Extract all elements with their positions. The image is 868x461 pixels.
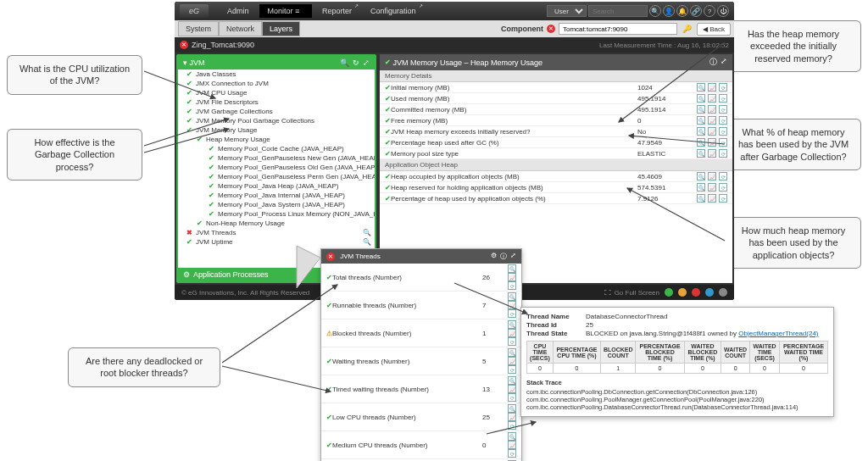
tree-item[interactable]: ✔JVM Garbage Collections: [178, 107, 375, 116]
component-select[interactable]: [559, 23, 677, 35]
search-icon[interactable]: 🔍: [697, 194, 705, 203]
chevron-down-icon[interactable]: ▾: [183, 58, 187, 67]
detail-icon[interactable]: 🔍: [363, 229, 371, 236]
tree-item[interactable]: ✔Memory Pool_Java Heap (JAVA_HEAP): [178, 181, 375, 191]
tree-item[interactable]: ✖JVM Threads 🔍: [178, 228, 375, 237]
chart-icon[interactable]: 📈: [708, 172, 716, 181]
user-select[interactable]: User: [547, 5, 587, 17]
search-icon[interactable]: 🔍: [508, 376, 516, 385]
subtab-layers[interactable]: Layers: [262, 21, 300, 36]
search-icon[interactable]: 🔍: [697, 149, 705, 158]
chart-icon[interactable]: 📈: [708, 105, 716, 114]
history-icon[interactable]: ⟳: [508, 281, 516, 290]
search-icon[interactable]: 🔍: [697, 94, 705, 103]
history-icon[interactable]: ⟳: [508, 421, 516, 430]
nav-reporter[interactable]: Reporter↗: [314, 4, 360, 18]
owner-thread-link[interactable]: ObjectManagerThread(24): [738, 330, 818, 337]
chart-icon[interactable]: 📈: [708, 149, 716, 158]
chart-icon[interactable]: 📈: [708, 94, 716, 103]
tree-item[interactable]: ✔Memory Pool_Java Internal (JAVA_HEAP): [178, 191, 375, 200]
link-icon[interactable]: 🔗: [690, 5, 702, 17]
chart-icon[interactable]: 📈: [508, 441, 516, 449]
history-icon[interactable]: ⟳: [508, 365, 516, 374]
search-icon[interactable]: 🔍: [697, 116, 705, 125]
search-icon[interactable]: 🔍: [697, 83, 705, 92]
detail-icon[interactable]: 🔍: [363, 238, 371, 246]
search-input[interactable]: [588, 5, 648, 17]
search-icon[interactable]: 🔍: [697, 127, 705, 136]
chart-icon[interactable]: 📈: [508, 413, 516, 421]
chart-icon[interactable]: 📈: [708, 194, 716, 203]
history-icon[interactable]: ⟳: [719, 138, 727, 147]
history-icon[interactable]: ⟳: [719, 172, 727, 181]
search-icon[interactable]: 🔍: [697, 105, 705, 114]
back-button[interactable]: ◀ Back: [697, 23, 731, 36]
chart-icon[interactable]: 📈: [508, 357, 516, 365]
info-icon[interactable]: ⓘ: [500, 252, 507, 261]
search-icon[interactable]: 🔍: [697, 183, 705, 192]
nav-admin[interactable]: Admin: [219, 4, 258, 18]
metric-tree[interactable]: ✔Java Classes✔JMX Connection to JVM✔JVM …: [178, 69, 375, 268]
subtab-network[interactable]: Network: [219, 21, 262, 36]
search-icon[interactable]: 🔍: [508, 292, 516, 301]
search-icon[interactable]: 🔍: [649, 5, 661, 17]
history-icon[interactable]: ⟳: [719, 116, 727, 125]
fullscreen-icon[interactable]: ⛶: [604, 289, 611, 297]
search-icon[interactable]: 🔍: [508, 404, 516, 413]
history-icon[interactable]: ⟳: [508, 393, 516, 402]
tree-item[interactable]: ✔JMX Connection to JVM: [178, 79, 375, 88]
history-icon[interactable]: ⟳: [719, 183, 727, 192]
search-icon[interactable]: 🔍: [697, 138, 705, 147]
nav-config[interactable]: Configuration↗: [362, 4, 425, 18]
tree-item[interactable]: ✔Memory Pool_GenPauseless Perm Gen (JAVA…: [178, 172, 375, 181]
chart-icon[interactable]: 📈: [508, 385, 516, 393]
nav-monitor[interactable]: Monitor: [259, 4, 313, 18]
tree-item[interactable]: ✔Memory Pool_Java System (JAVA_HEAP): [178, 200, 375, 209]
chart-icon[interactable]: 📈: [708, 183, 716, 192]
tree-item[interactable]: ✔Memory Pool_Process Linux Memory (NON_J…: [178, 209, 375, 219]
history-icon[interactable]: ⟳: [719, 94, 727, 103]
chart-icon[interactable]: 📈: [508, 273, 516, 281]
search-icon[interactable]: 🔍: [697, 172, 705, 181]
tree-item[interactable]: ✔JVM File Descriptors: [178, 97, 375, 107]
search-icon[interactable]: 🔍: [508, 320, 516, 329]
key-icon[interactable]: 🔑: [682, 25, 692, 33]
chart-icon[interactable]: 📈: [708, 116, 716, 125]
tree-item[interactable]: ✔Memory Pool_GenPauseless Old Gen (JAVA_…: [178, 163, 375, 172]
tree-item[interactable]: ✔Heap Memory Usage: [178, 135, 375, 144]
subtab-system[interactable]: System: [178, 21, 219, 36]
user-icon[interactable]: 👤: [663, 5, 675, 17]
chart-icon[interactable]: 📈: [708, 127, 716, 136]
history-icon[interactable]: ⟳: [508, 337, 516, 346]
help-icon[interactable]: ?: [704, 5, 715, 17]
tree-item[interactable]: ✔Java Classes: [178, 69, 375, 79]
expand-icon[interactable]: ⤢: [363, 58, 370, 67]
history-icon[interactable]: ⟳: [719, 149, 727, 158]
chart-icon[interactable]: 📈: [708, 138, 716, 147]
tree-item[interactable]: ✔JVM Memory Pool Garbage Collections: [178, 116, 375, 125]
history-icon[interactable]: ⟳: [719, 194, 727, 203]
tree-item[interactable]: ✔Memory Pool_Code Cache (JAVA_HEAP): [178, 144, 375, 153]
history-icon[interactable]: ⟳: [719, 105, 727, 114]
tree-item[interactable]: ✔Memory Pool_GenPauseless New Gen (JAVA_…: [178, 153, 375, 163]
history-icon[interactable]: ⟳: [508, 449, 516, 458]
tree-item[interactable]: ✔Non-Heap Memory Usage: [178, 219, 375, 228]
tree-item[interactable]: ✔JVM CPU Usage: [178, 88, 375, 97]
chart-icon[interactable]: 📈: [508, 301, 516, 309]
chart-icon[interactable]: 📈: [708, 83, 716, 92]
history-icon[interactable]: ⟳: [719, 127, 727, 136]
gear-icon[interactable]: ⚙: [491, 252, 497, 261]
tree-item[interactable]: ✔JVM Memory Usage: [178, 125, 375, 135]
history-icon[interactable]: ⟳: [719, 83, 727, 92]
search-icon[interactable]: 🔍: [508, 264, 516, 273]
expand-icon[interactable]: ⤢: [721, 57, 727, 68]
chart-icon[interactable]: 📈: [508, 329, 516, 337]
power-icon[interactable]: ⏻: [717, 5, 729, 17]
search-icon[interactable]: 🔍: [508, 432, 516, 441]
tree-item[interactable]: ✔JVM Uptime 🔍: [178, 237, 375, 247]
expand-icon[interactable]: ⤢: [510, 252, 516, 261]
search-icon[interactable]: 🔍: [340, 58, 349, 67]
info-icon[interactable]: ⓘ: [709, 57, 717, 68]
search-icon[interactable]: 🔍: [508, 348, 516, 357]
history-icon[interactable]: ⟳: [508, 309, 516, 318]
